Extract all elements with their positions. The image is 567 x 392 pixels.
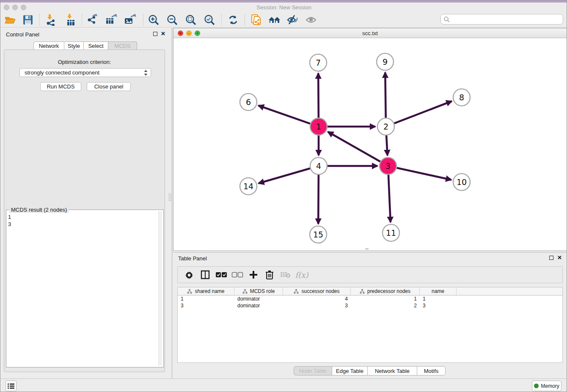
graph-node-10[interactable]: 10	[453, 174, 470, 190]
mcds-result-group: MCDS result (2 nodes) 1 3	[6, 210, 164, 367]
graph-node-15[interactable]: 15	[310, 226, 327, 243]
table-row[interactable]: 3dominator323	[178, 302, 562, 309]
graph-node-2[interactable]: 2	[377, 118, 394, 135]
zoom-fit-icon[interactable]	[183, 13, 198, 27]
splitter-handle[interactable]	[168, 193, 171, 201]
import-table-icon[interactable]	[63, 13, 78, 27]
graph-node-1[interactable]: 1	[310, 118, 327, 135]
svg-text:15: 15	[313, 230, 323, 239]
toolbar-separator	[221, 14, 222, 26]
table-cell[interactable]: 3	[420, 302, 457, 309]
table-row[interactable]: 1dominator411	[178, 295, 562, 302]
graph-node-7[interactable]: 7	[310, 54, 327, 71]
hide-graphics-icon[interactable]	[285, 13, 300, 27]
graph-edge-3-10[interactable]	[397, 168, 451, 179]
vertical-splitter[interactable]	[172, 28, 172, 378]
select-all-icon[interactable]	[213, 272, 229, 278]
memory-label: Memory	[541, 383, 559, 389]
graph-edge-2-8[interactable]	[394, 101, 452, 123]
float-panel-icon[interactable]	[153, 32, 157, 36]
result-scrollbar[interactable]	[158, 211, 162, 366]
refresh-icon[interactable]	[226, 13, 241, 27]
delete-icon[interactable]	[261, 270, 278, 279]
graph-edge-4-15[interactable]	[318, 175, 319, 224]
table-body: 1dominator4113dominator323	[178, 295, 562, 309]
table-cell[interactable]: 4	[283, 295, 351, 302]
float-table-panel-icon[interactable]	[549, 256, 553, 260]
svg-text:7: 7	[316, 58, 321, 67]
zoom-in-icon[interactable]	[146, 13, 161, 27]
tab-motifs[interactable]: Motifs	[417, 366, 446, 375]
deselect-all-icon[interactable]	[229, 272, 245, 278]
column-layout-icon[interactable]	[197, 270, 213, 279]
graph-edge-1-7[interactable]	[318, 73, 319, 118]
table-toolbar: f(x)	[177, 266, 563, 283]
tab-select[interactable]: Select	[84, 41, 108, 50]
graph-node-6[interactable]: 6	[240, 94, 257, 110]
save-session-icon[interactable]	[20, 13, 36, 27]
canvas-splitter-handle[interactable]	[365, 248, 369, 250]
zoom-selected-icon[interactable]	[202, 13, 217, 27]
tab-edge-table[interactable]: Edge Table	[332, 366, 368, 375]
search-input[interactable]	[450, 17, 563, 22]
column-header-MCDS-role[interactable]: MCDS role	[234, 287, 283, 295]
node-table[interactable]: shared nameMCDS rolesuccessor nodesprede…	[177, 287, 563, 363]
network-canvas[interactable]: 7968124314101511	[174, 38, 567, 251]
table-cell[interactable]: dominator	[234, 295, 283, 302]
table-panel-title: Table Panel	[178, 255, 207, 262]
task-history-button[interactable]	[6, 381, 17, 391]
graph-edge-3-11[interactable]	[388, 175, 391, 222]
tab-node-table[interactable]: Node Table	[294, 366, 332, 375]
memory-button[interactable]: Memory	[532, 381, 561, 391]
close-panel-button[interactable]: Close panel	[87, 82, 131, 91]
graph-node-8[interactable]: 8	[453, 89, 470, 106]
column-header-predecessor-nodes[interactable]: predecessor nodes	[351, 287, 420, 295]
graph-edge-3-1[interactable]	[328, 132, 380, 161]
svg-text:9: 9	[383, 57, 388, 66]
criterion-select[interactable]: strongly connected component	[19, 68, 151, 77]
table-cell[interactable]: 2	[351, 302, 420, 309]
column-header-name[interactable]: name	[420, 287, 457, 295]
graph-edge-2-3[interactable]	[386, 135, 388, 155]
import-network-icon[interactable]	[44, 13, 59, 27]
table-cell[interactable]: dominator	[234, 302, 283, 309]
graph-edge-2-9[interactable]	[385, 72, 385, 118]
search-field[interactable]	[440, 14, 563, 25]
table-cell[interactable]: 3	[178, 302, 234, 309]
column-header-shared-name[interactable]: shared name	[178, 287, 234, 295]
graph-node-4[interactable]: 4	[310, 157, 327, 174]
graph-node-3[interactable]: 3	[380, 157, 396, 174]
zoom-out-icon[interactable]	[165, 13, 180, 27]
tab-network-table[interactable]: Network Table	[368, 366, 417, 375]
table-cell[interactable]: 1	[420, 295, 457, 302]
tab-network[interactable]: Network	[33, 41, 64, 50]
graph-edge-4-14[interactable]	[259, 168, 310, 183]
column-hierarchy-icon	[294, 289, 299, 294]
run-mcds-button[interactable]: Run MCDS	[40, 82, 81, 91]
close-table-panel-icon[interactable]: ✕	[557, 254, 562, 261]
export-network-icon[interactable]	[85, 13, 100, 27]
application-window: Session: New Session	[0, 0, 567, 392]
add-row-icon[interactable]	[245, 270, 261, 279]
toolbar-separator	[82, 14, 82, 26]
clone-network-icon[interactable]	[249, 13, 264, 27]
table-cell[interactable]: 1	[351, 295, 420, 302]
settings-gear-icon[interactable]	[181, 270, 197, 279]
close-panel-icon[interactable]: ✕	[161, 30, 165, 37]
graph-node-11[interactable]: 11	[383, 224, 399, 241]
tab-style[interactable]: Style	[64, 41, 84, 50]
tab-mcds[interactable]: MCDS	[108, 41, 137, 50]
mcds-result-text[interactable]: 1 3	[8, 213, 156, 228]
export-image-icon[interactable]	[122, 13, 138, 27]
graph-node-14[interactable]: 14	[240, 178, 257, 195]
table-cell[interactable]: 1	[178, 295, 234, 302]
column-header-successor-nodes[interactable]: successor nodes	[283, 287, 351, 295]
graph-edge-1-6[interactable]	[259, 105, 311, 124]
export-table-icon[interactable]	[104, 13, 119, 27]
show-graphics-icon[interactable]	[303, 13, 319, 27]
table-cell[interactable]: 3	[283, 302, 351, 309]
column-hierarchy-icon	[360, 289, 365, 294]
home-view-icon[interactable]	[267, 13, 282, 27]
open-file-icon[interactable]	[3, 13, 18, 27]
graph-node-9[interactable]: 9	[377, 53, 394, 70]
